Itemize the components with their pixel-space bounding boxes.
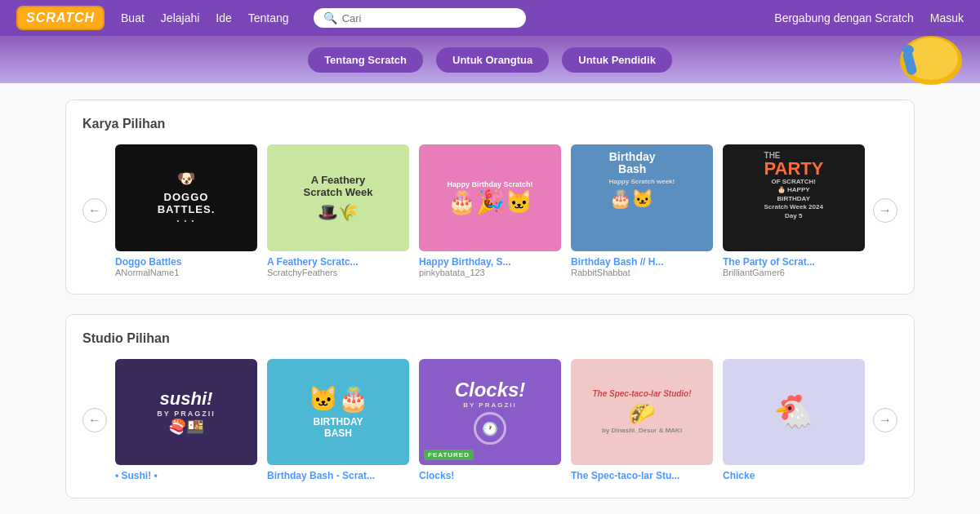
studios-prev-button[interactable]: ← (82, 408, 107, 432)
search-icon: 🔍 (323, 11, 337, 24)
header: SCRATCH Buat Jelajahi Ide Tentang 🔍 Berg… (0, 0, 980, 36)
project-card-1[interactable]: A FeatheryScratch Week 🎩🌾 A Feathery Scr… (267, 144, 409, 277)
hero-band: Tentang Scratch Untuk Orangtua Untuk Pen… (0, 36, 980, 83)
auth-links: Bergabung dengan Scratch Masuk (774, 11, 964, 24)
scratch-logo[interactable]: SCRATCH (16, 6, 105, 30)
featured-badge: FEATURED (424, 450, 474, 460)
for-educators-button[interactable]: Untuk Pendidik (562, 47, 672, 73)
project-title-2: Happy Birthday, S... (419, 256, 561, 268)
studio-thumb-wrap-0: sushi! BY PRAGZII 🍣🍱 (115, 359, 257, 466)
project-author-0: ANormalName1 (115, 268, 257, 277)
hand-icon (874, 28, 964, 93)
project-title-0: Doggo Battles (115, 256, 257, 268)
studio-title-1: Birthday Bash - Scrat... (267, 470, 409, 481)
studio-card-4[interactable]: 🐔 Chicke (723, 359, 865, 482)
nav-jelajahi[interactable]: Jelajahi (161, 11, 199, 24)
studio-card-1[interactable]: 🐱🎂 BIRTHDAYBASH Birthday Bash - Scrat... (267, 359, 409, 482)
studio-thumb-wrap-4: 🐔 (723, 359, 865, 466)
studio-thumb-3: The Spec-taco-lar Studio! 🌮 by Dinashi_D… (571, 359, 713, 466)
studios-cards-row: sushi! BY PRAGZII 🍣🍱 • Sushi! • 🐱 (115, 359, 865, 482)
studio-title-3: The Spec-taco-lar Stu... (571, 470, 713, 481)
nav-ide[interactable]: Ide (216, 11, 231, 24)
studio-thumb-0: sushi! BY PRAGZII 🍣🍱 (115, 359, 257, 466)
studio-card-2[interactable]: Clocks! BY PRAGZII 🕐 FEATURED Clocks! (419, 359, 561, 482)
studio-thumb-wrap-2: Clocks! BY PRAGZII 🕐 FEATURED (419, 359, 561, 466)
project-card-0[interactable]: 🐶 DOGGOBATTLES. • • • Doggo Battles ANor… (115, 144, 257, 277)
about-scratch-button[interactable]: Tentang Scratch (308, 47, 423, 73)
project-author-4: BrilliantGamer6 (723, 268, 865, 277)
project-thumb-2: Happy Birthday Scratch! 🎂🎉🐱 (419, 144, 561, 251)
featured-projects-title: Karya Pilihan (82, 117, 898, 131)
project-author-2: pinkybatata_123 (419, 268, 561, 277)
search-bar[interactable]: 🔍 (314, 8, 526, 28)
main-nav: Buat Jelajahi Ide Tentang (121, 11, 289, 25)
join-link[interactable]: Bergabung dengan Scratch (774, 11, 913, 24)
main-content: Karya Pilihan ← 🐶 DOGGOBATTLES. • • • (0, 83, 980, 514)
studio-title-4: Chicke (723, 470, 865, 481)
project-title-1: A Feathery Scratc... (267, 256, 409, 268)
studio-card-0[interactable]: sushi! BY PRAGZII 🍣🍱 • Sushi! • (115, 359, 257, 482)
project-title-3: Birthday Bash // H... (571, 256, 713, 268)
studio-thumb-4: 🐔 (723, 359, 865, 466)
project-thumb-4: THE PARTY OF SCRATCH!🎂 HAPPYBIRTHDAYScra… (723, 144, 865, 251)
projects-prev-button[interactable]: ← (82, 198, 107, 223)
search-input[interactable] (342, 12, 516, 24)
nav-tentang[interactable]: Tentang (248, 11, 289, 24)
featured-studios-title: Studio Pilihan (82, 331, 898, 346)
featured-studios-section: Studio Pilihan ← sushi! BY PRAGZII 🍣🍱 (65, 314, 915, 499)
studio-card-3[interactable]: The Spec-taco-lar Studio! 🌮 by Dinashi_D… (571, 359, 713, 482)
featured-projects-section: Karya Pilihan ← 🐶 DOGGOBATTLES. • • • (65, 100, 915, 295)
projects-next-button[interactable]: → (873, 198, 898, 223)
studios-carousel: ← sushi! BY PRAGZII 🍣🍱 • Sushi! • (82, 359, 898, 482)
project-thumb-3: BirthdayBash Happy Scratch week! 🎂🐱 (571, 144, 713, 251)
nav-buat[interactable]: Buat (121, 11, 145, 24)
projects-cards-row: 🐶 DOGGOBATTLES. • • • Doggo Battles ANor… (115, 144, 865, 277)
project-thumb-wrap-4: THE PARTY OF SCRATCH!🎂 HAPPYBIRTHDAYScra… (723, 144, 865, 251)
project-card-4[interactable]: THE PARTY OF SCRATCH!🎂 HAPPYBIRTHDAYScra… (723, 144, 865, 277)
projects-carousel: ← 🐶 DOGGOBATTLES. • • • Doggo Battles (82, 144, 898, 277)
for-parents-button[interactable]: Untuk Orangtua (436, 47, 549, 73)
project-author-3: RabbitShabbat (571, 268, 713, 277)
project-thumb-wrap-2: Happy Birthday Scratch! 🎂🎉🐱 (419, 144, 561, 251)
project-thumb-wrap-0: 🐶 DOGGOBATTLES. • • • (115, 144, 257, 251)
project-card-2[interactable]: Happy Birthday Scratch! 🎂🎉🐱 Happy Birthd… (419, 144, 561, 277)
studio-thumb-wrap-1: 🐱🎂 BIRTHDAYBASH (267, 359, 409, 466)
project-card-3[interactable]: BirthdayBash Happy Scratch week! 🎂🐱 Birt… (571, 144, 713, 277)
studio-title-0: • Sushi! • (115, 470, 257, 481)
signin-link[interactable]: Masuk (930, 11, 964, 24)
svg-point-3 (902, 45, 914, 55)
project-thumb-1: A FeatheryScratch Week 🎩🌾 (267, 144, 409, 251)
project-thumb-wrap-3: BirthdayBash Happy Scratch week! 🎂🐱 (571, 144, 713, 251)
studio-title-2: Clocks! (419, 470, 561, 481)
project-thumb-0: 🐶 DOGGOBATTLES. • • • (115, 144, 257, 251)
studio-thumb-1: 🐱🎂 BIRTHDAYBASH (267, 359, 409, 466)
project-title-4: The Party of Scrat... (723, 256, 865, 268)
project-thumb-wrap-1: A FeatheryScratch Week 🎩🌾 (267, 144, 409, 251)
project-author-1: ScratchyFeathers (267, 268, 409, 277)
studio-thumb-wrap-3: The Spec-taco-lar Studio! 🌮 by Dinashi_D… (571, 359, 713, 466)
studios-next-button[interactable]: → (873, 408, 898, 432)
